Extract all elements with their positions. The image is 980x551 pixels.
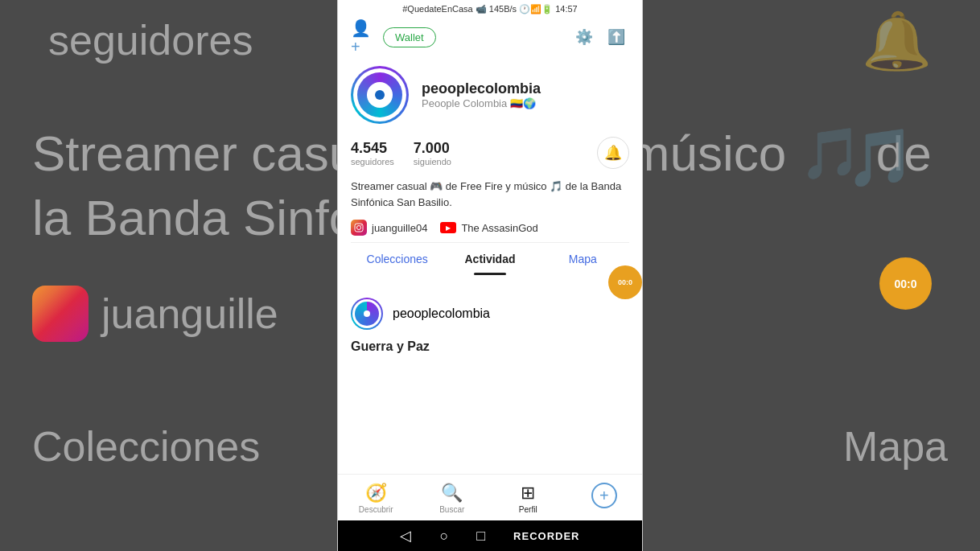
recorder-label: RECORDER: [513, 530, 579, 542]
followers-count: 4.545: [351, 140, 394, 157]
instagram-link[interactable]: juanguille04: [351, 220, 427, 236]
profile-section: peooplecolombia Peoople Colombia 🇨🇴🌍 4.5…: [338, 56, 642, 285]
avatar-ring: [351, 66, 409, 124]
bottom-nav: 🧭 Descubrir 🔍 Buscar ⊞ Perfil +: [338, 474, 642, 520]
toolbar-left: 👤+ Wallet: [351, 24, 436, 50]
svg-point-2: [360, 224, 362, 226]
bg-bell-icon: 🔔: [862, 8, 932, 74]
activity-item: peooplecolombia: [351, 298, 629, 330]
activity-avatar-circle: [355, 302, 379, 326]
bg-colecciones-text: Colecciones: [32, 422, 260, 471]
activity-book-title: Guerra y Paz: [351, 339, 629, 354]
bg-instagram-text: juanguille: [101, 290, 278, 338]
toolbar: 👤+ Wallet ⚙️ ⬆️: [338, 18, 642, 56]
nav-perfil[interactable]: ⊞ Perfil: [490, 479, 566, 517]
avatar-circle-inner: [367, 82, 393, 108]
activity-username: peooplecolombia: [393, 306, 490, 321]
svg-point-1: [357, 226, 361, 230]
activity-avatar-ring: [351, 298, 383, 330]
wallet-button[interactable]: Wallet: [383, 27, 436, 47]
nav-add[interactable]: +: [566, 479, 643, 517]
activity-avatar-inner: [352, 299, 381, 328]
grid-icon: ⊞: [521, 483, 535, 504]
share-button[interactable]: ⬆️: [603, 24, 629, 50]
nav-descubrir-label: Descubrir: [359, 505, 393, 514]
avatar-dot: [375, 90, 385, 100]
instagram-icon: [351, 220, 367, 236]
youtube-link[interactable]: ▶ The AssasinGod: [440, 222, 537, 234]
bell-button[interactable]: 🔔: [597, 137, 629, 169]
recents-button[interactable]: □: [476, 528, 485, 545]
compass-icon: 🧭: [365, 483, 387, 504]
plus-icon: +: [591, 483, 617, 508]
content-area: peooplecolombia Guerra y Paz: [338, 285, 642, 474]
tab-colecciones[interactable]: Colecciones: [351, 243, 443, 275]
bg-mapa-text: Mapa: [843, 422, 948, 471]
bg-timer-badge: 00:0: [879, 257, 932, 310]
android-nav-bar: ◁ ○ □ RECORDER: [338, 520, 642, 551]
home-button[interactable]: ○: [439, 528, 448, 545]
instagram-handle: juanguille04: [372, 222, 427, 234]
profile-tabs: Colecciones Actividad Mapa: [351, 242, 629, 275]
profile-display-name: Peoople Colombia 🇨🇴🌍: [422, 97, 629, 109]
nav-perfil-label: Perfil: [519, 505, 537, 514]
profile-username: peooplecolombia: [422, 80, 629, 97]
stats-row: 4.545 seguidores 7.000 siguiendo 🔔: [351, 137, 629, 169]
avatar-inner: [353, 68, 406, 121]
phone-frame: #QuedateEnCasa 📹 145B/s 🕐📶🔋 14:57 👤+ Wal…: [337, 0, 643, 551]
social-links: juanguille04 ▶ The AssasinGod: [351, 220, 629, 236]
status-bar: #QuedateEnCasa 📹 145B/s 🕐📶🔋 14:57: [338, 0, 642, 18]
add-friend-button[interactable]: 👤+: [351, 24, 377, 50]
speed-label: 145B/s: [489, 4, 517, 14]
hashtag-label: #QuedateEnCasa: [402, 4, 472, 14]
activity-avatar: [351, 298, 383, 330]
back-button[interactable]: ◁: [400, 527, 411, 545]
bg-banda-text: la Banda Sinfón: [32, 189, 385, 246]
tab-actividad[interactable]: Actividad: [443, 243, 536, 275]
bg-seguidores-text: seguidores: [48, 16, 253, 64]
profile-header: peooplecolombia Peoople Colombia 🇨🇴🌍: [351, 66, 629, 124]
nav-buscar[interactable]: 🔍 Buscar: [414, 479, 491, 517]
nav-descubrir[interactable]: 🧭 Descubrir: [338, 479, 414, 517]
following-count: 7.000: [414, 140, 451, 157]
youtube-handle: The AssasinGod: [461, 222, 537, 234]
following-stat: 7.000 siguiendo: [414, 140, 451, 167]
profile-bio: Streamer casual 🎮 de Free Fire y músico …: [351, 179, 629, 210]
followers-stat: 4.545 seguidores: [351, 140, 394, 167]
following-label: siguiendo: [414, 157, 451, 167]
activity-avatar-dot: [364, 310, 370, 317]
followers-label: seguidores: [351, 157, 394, 167]
avatar: [351, 66, 409, 124]
profile-info: peooplecolombia Peoople Colombia 🇨🇴🌍: [422, 80, 629, 109]
bg-instagram-icon: [32, 286, 89, 342]
time-label: 14:57: [555, 4, 578, 14]
search-icon: 🔍: [441, 483, 463, 504]
bg-music-icon: 🎵: [846, 125, 916, 191]
timer-overlay: 00:0: [608, 265, 642, 299]
youtube-icon: ▶: [440, 222, 456, 233]
settings-button[interactable]: ⚙️: [571, 24, 597, 50]
nav-buscar-label: Buscar: [439, 505, 464, 514]
avatar-circle: [357, 72, 402, 117]
bg-instagram-row: juanguille: [32, 286, 278, 342]
